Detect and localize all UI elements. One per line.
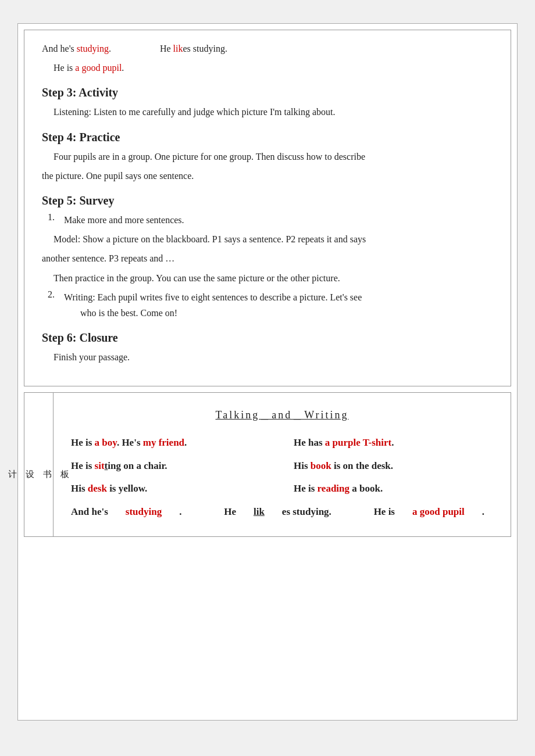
step3-body: Listening: Listen to me carefully and ju… xyxy=(54,104,493,120)
r2l-red: sit xyxy=(95,460,105,471)
label-column: 板 书 设 计 xyxy=(24,393,54,536)
text-good-pupil-red: a good pupil xyxy=(75,63,122,73)
board-row3-left: His desk is yellow. xyxy=(71,478,270,499)
board-title: Talking＿and＿Writing xyxy=(71,404,493,427)
board-row3-right: He is reading a book. xyxy=(294,478,493,499)
page: And he's studying. He likes studying. He… xyxy=(17,23,518,721)
r4-6: . xyxy=(482,501,484,522)
r3l-red: desk xyxy=(88,483,107,494)
r4-3: He xyxy=(224,501,236,522)
label-she: 设 xyxy=(22,463,39,467)
r3r-red: reading xyxy=(318,483,349,494)
r2r-red: book xyxy=(311,460,331,471)
r4-red1: studying xyxy=(126,501,162,522)
text-dot2: . xyxy=(122,63,124,73)
r4-lik-under: lik xyxy=(254,501,265,522)
r2l2: ing on a chair. xyxy=(108,460,167,471)
top-section: And he's studying. He likes studying. He… xyxy=(24,30,511,386)
step4-title: Step 4: Practice xyxy=(42,131,493,144)
text-studying-red: studying xyxy=(77,44,109,53)
board-row1: He is a boy. He's my friend. He has a pu… xyxy=(71,432,493,453)
item2-num: 2. xyxy=(48,289,64,321)
bottom-section: 板 书 设 计 Talking＿and＿Writing He is a boy.… xyxy=(24,392,511,537)
r2l1: He is xyxy=(71,460,95,471)
line-studying: And he's studying. He likes studying. xyxy=(42,41,493,56)
r1l1: He is xyxy=(71,437,95,448)
board-row4: And he's studying. He likes studying. He… xyxy=(71,501,493,522)
model-line2: another sentence. P3 repeats and … xyxy=(42,250,493,266)
step4-body1: Four pupils are in a group. One picture … xyxy=(54,149,493,164)
then-text: Then practice in the group. You can use … xyxy=(54,270,493,286)
r3l1: His xyxy=(71,483,88,494)
board-row3: His desk is yellow. He is reading a book… xyxy=(71,478,493,499)
r2r2: is on the desk. xyxy=(331,460,393,471)
item2: 2. Writing: Each pupil writes five to ei… xyxy=(48,289,493,321)
r1l2: . He's xyxy=(117,437,143,448)
r4-4: es studying. xyxy=(282,501,331,522)
label-ji: 计 xyxy=(4,463,22,467)
board-row2: He is sitting on a chair. His book is on… xyxy=(71,456,493,476)
r4-red2: a good pupil xyxy=(412,501,465,522)
step6-body: Finish your passage. xyxy=(54,349,493,365)
r4-2: . xyxy=(179,501,181,522)
text-dot1: . xyxy=(109,44,111,53)
board-row2-left: He is sitting on a chair. xyxy=(71,456,270,476)
r3r2: a book. xyxy=(349,483,383,494)
item1-text: Make more and more sentences. xyxy=(64,212,493,228)
r1l-red1: a boy xyxy=(95,437,117,448)
r3r1: He is xyxy=(294,483,318,494)
r4-5: He is xyxy=(374,501,395,522)
board-content: Talking＿and＿Writing He is a boy. He's my… xyxy=(54,393,511,536)
r1r1: He has xyxy=(294,437,325,448)
line-good-pupil: He is a good pupil. xyxy=(54,60,493,76)
item2-text: Writing: Each pupil writes five to eight… xyxy=(64,289,493,321)
model-line1: Model: Show a picture on the blackboard.… xyxy=(54,231,493,247)
board-row2-right: His book is on the desk. xyxy=(294,456,493,476)
item1: 1. Make more and more sentences. xyxy=(48,212,493,228)
text-he-is: He is xyxy=(54,63,75,73)
r2r1: His xyxy=(294,460,311,471)
text-and-hes: And he's xyxy=(42,44,77,53)
r4-1: And he's xyxy=(71,501,108,522)
board-row1-right: He has a purple T-shirt. xyxy=(294,432,493,453)
r1r2: . xyxy=(391,437,394,448)
step5-title: Step 5: Survey xyxy=(42,194,493,207)
r1r-red: a purple T-shirt xyxy=(325,437,391,448)
step3-title: Step 3: Activity xyxy=(42,86,493,99)
r1l3: . xyxy=(184,437,187,448)
step4-body2: the picture. One pupil says one sentence… xyxy=(42,168,493,184)
item1-num: 1. xyxy=(48,212,64,228)
text-es-studying: es studying. xyxy=(183,44,227,53)
r3l2: is yellow. xyxy=(107,483,147,494)
text-lik-red: lik xyxy=(173,44,183,53)
text-he: He xyxy=(160,44,173,53)
step6-title: Step 6: Closure xyxy=(42,331,493,345)
r1l-red2: my friend xyxy=(143,437,184,448)
board-row1-left: He is a boy. He's my friend. xyxy=(71,432,270,453)
